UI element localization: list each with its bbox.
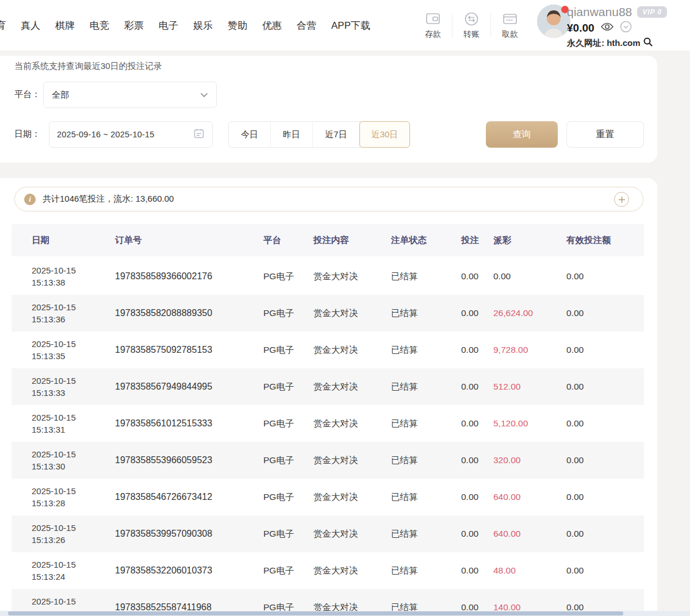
nav-item-2[interactable]: 棋牌 [55,19,75,32]
nav-item-8[interactable]: 优惠 [262,19,282,32]
cell-bet-amount: 0.00 [461,382,493,392]
info-icon: i [24,194,36,205]
chevron-down-circle-icon[interactable] [614,21,632,35]
search-icon[interactable] [641,37,653,49]
quick-button-0[interactable]: 今日 [229,122,271,147]
cell-bet-amount: 0.00 [461,418,493,429]
cell-order-number: 1978358575092785153 [115,345,263,355]
cell-valid-amount: 0.00 [566,382,644,392]
cell-platform: PG电子 [263,381,313,393]
nav-item-10[interactable]: APP下载 [331,19,370,32]
cell-status: 已结算 [391,381,461,393]
cell-valid-amount: 0.00 [566,492,644,502]
column-header-5: 投注 [461,234,493,247]
cell-bet-content: 赏金大对决 [313,307,391,319]
cell-bet-amount: 0.00 [461,492,493,502]
cell-status: 已结算 [391,528,461,540]
withdraw-button[interactable]: 取款 [491,11,529,40]
horizontal-scrollbar [0,611,690,616]
platform-value: 全部 [52,90,200,101]
cell-payout: 640.00 [493,529,566,539]
cell-bet-content: 赏金大对决 [313,418,391,430]
nav-item-1[interactable]: 真人 [21,19,40,32]
cell-status: 已结算 [391,307,461,319]
filter-panel: 当前系统支持查询最近30日的投注记录 平台： 全部 日期： 2025-09-16… [0,56,657,163]
cell-status: 已结算 [391,344,461,356]
nav-item-7[interactable]: 赞助 [228,19,247,32]
table-row: 2025-10-15 15:13:28 1978358546726673412 … [12,479,644,515]
cell-platform: PG电子 [263,344,313,356]
table-row: 2025-10-15 15:13:33 1978358567949844995 … [12,368,644,405]
cell-platform: PG电子 [263,528,313,540]
transfer-icon [463,11,480,26]
user-info: qianwanu88 VIP 0 ¥0.00 永久网址: hth.com [567,5,667,49]
nav-item-3[interactable]: 电竞 [90,19,109,32]
cell-valid-amount: 0.00 [566,418,644,429]
nav-item-0[interactable]: 体育 [0,19,6,32]
plus-circle-icon[interactable] [614,192,629,207]
withdraw-card-icon [502,11,518,26]
cell-date: 2025-10-15 15:13:30 [32,448,115,472]
cell-date: 2025-10-15 15:13:26 [32,522,115,546]
table-row: 2025-10-15 15:13:38 1978358589366002176 … [12,258,644,295]
cell-status: 已结算 [391,491,461,503]
wallet-actions: 存款 转账 取款 [414,7,529,44]
column-header-7: 有效投注额 [566,234,644,247]
chevron-down-icon [200,90,208,100]
vip-badge: VIP 0 [637,6,667,18]
cell-bet-content: 赏金大对决 [313,344,391,356]
cell-date: 2025-10-15 15:13:36 [32,301,115,325]
reset-button[interactable]: 重置 [566,121,644,148]
date-label: 日期： [14,129,40,140]
quick-button-1[interactable]: 昨日 [271,122,313,147]
cell-status: 已结算 [391,455,461,467]
quick-button-3[interactable]: 近30日 [359,121,410,148]
cell-bet-amount: 0.00 [461,308,493,318]
cell-platform: PG电子 [263,565,313,577]
cell-payout: 640.00 [493,492,566,502]
cell-valid-amount: 0.00 [566,345,644,355]
quick-button-2[interactable]: 近7日 [313,122,360,147]
cell-bet-content: 赏金大对决 [313,455,391,467]
nav-item-5[interactable]: 电子 [159,19,178,32]
cell-bet-amount: 0.00 [461,565,493,576]
cell-order-number: 1978358532206010373 [115,565,263,576]
transfer-button[interactable]: 转账 [453,11,490,40]
table-row: 2025-10-15 15:13:24 1978358532206010373 … [12,552,644,589]
cell-status: 已结算 [391,565,461,577]
quick-date-buttons: 今日昨日近7日近30日 [228,121,410,148]
deposit-button[interactable]: 存款 [414,11,452,40]
cell-valid-amount: 0.00 [566,455,644,465]
nav-item-6[interactable]: 娱乐 [193,19,213,32]
cell-date: 2025-10-15 15:13:24 [32,559,115,583]
cell-date: 2025-10-15 15:13:38 [32,264,115,288]
cell-bet-amount: 0.00 [461,455,493,465]
table-row: 2025-10-15 15:13:30 1978358553966059523 … [12,442,644,479]
calendar-icon [193,128,205,141]
cell-bet-content: 赏金大对决 [313,491,391,503]
cell-payout: 48.00 [493,565,566,576]
cell-status: 已结算 [391,418,461,430]
deposit-label: 存款 [425,29,441,40]
date-range-input[interactable]: 2025-09-16 ~ 2025-10-15 [49,121,213,148]
eye-icon[interactable] [595,22,614,34]
cell-valid-amount: 0.00 [566,529,644,539]
column-header-6: 派彩 [493,234,566,247]
nav-item-4[interactable]: 彩票 [124,19,144,32]
table-header: 日期订单号平台投注内容注单状态投注派彩有效投注额 [12,224,644,256]
cell-order-number: 1978358546726673412 [115,492,263,502]
cell-date: 2025-10-15 15:13:33 [32,375,115,399]
scrollbar-thumb[interactable] [8,611,623,615]
table-row: 2025-10-15 15:13:31 1978358561012515333 … [12,405,644,442]
column-header-1: 订单号 [115,234,263,247]
cell-bet-content: 赏金大对决 [313,528,391,540]
cell-order-number: 1978358582088889350 [115,308,263,318]
summary-bar: i 共计1046笔投注，流水: 13,660.00 [14,187,643,211]
cell-payout: 5,120.00 [493,418,566,429]
query-button[interactable]: 查询 [486,121,558,148]
top-header: 体育真人棋牌电竞彩票电子娱乐赞助优惠合营APP下载 存款 转账 [0,0,690,51]
summary-text: 共计1046笔投注，流水: 13,660.00 [43,194,174,205]
nav-item-9[interactable]: 合营 [297,19,316,32]
cell-payout: 9,728.00 [493,345,566,355]
platform-select[interactable]: 全部 [43,82,217,108]
